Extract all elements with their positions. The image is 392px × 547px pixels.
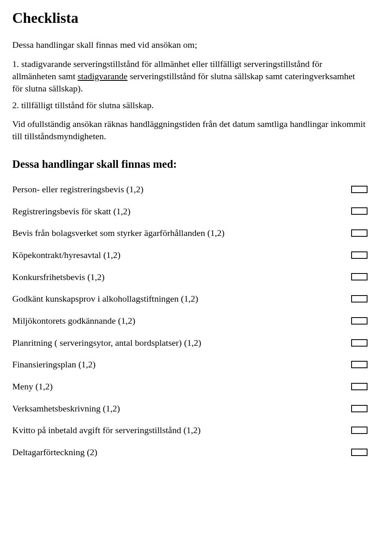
- checklist: Person- eller registreringsbevis (1,2) R…: [12, 183, 368, 458]
- numbered-item-1: 1. stadigvarande serveringstillstånd för…: [12, 58, 368, 94]
- check-row: Finansieringsplan (1,2): [12, 358, 368, 371]
- check-label: Person- eller registreringsbevis (1,2): [12, 183, 351, 196]
- checkbox[interactable]: [351, 339, 368, 347]
- checkbox[interactable]: [351, 317, 368, 325]
- intro-text: Dessa handlingar skall finnas med vid an…: [12, 39, 368, 51]
- checkbox[interactable]: [351, 361, 368, 368]
- checkbox[interactable]: [351, 405, 368, 412]
- check-row: Miljökontorets godkännande (1,2): [12, 315, 368, 327]
- check-row: Deltagarförteckning (2): [12, 446, 368, 458]
- check-label: Deltagarförteckning (2): [12, 446, 351, 458]
- check-row: Konkursfrihetsbevis (1,2): [12, 271, 368, 283]
- check-row: Registreringsbevis för skatt (1,2): [12, 205, 368, 218]
- check-row: Köpekontrakt/hyresavtal (1,2): [12, 249, 368, 261]
- subtitle: Dessa handlingar skall finnas med:: [12, 157, 368, 171]
- checkbox[interactable]: [351, 186, 368, 193]
- checkbox[interactable]: [351, 229, 368, 237]
- check-label: Meny (1,2): [12, 380, 351, 393]
- checkbox[interactable]: [351, 273, 368, 280]
- check-row: Verksamhetsbeskrivning (1,2): [12, 402, 368, 415]
- checkbox[interactable]: [351, 251, 368, 259]
- check-label: Verksamhetsbeskrivning (1,2): [12, 402, 351, 415]
- check-row: Meny (1,2): [12, 380, 368, 393]
- check-label: Bevis från bolagsverket som styrker ägar…: [12, 227, 351, 239]
- check-label: Finansieringsplan (1,2): [12, 358, 351, 371]
- check-label: Konkursfrihetsbevis (1,2): [12, 271, 351, 283]
- check-row: Person- eller registreringsbevis (1,2): [12, 183, 368, 196]
- item1-underline: stadigvarande: [78, 71, 127, 81]
- check-label: Kvitto på inbetald avgift för serverings…: [12, 424, 351, 436]
- note-text: Vid ofullständig ansökan räknas handlägg…: [12, 118, 368, 142]
- check-row: Bevis från bolagsverket som styrker ägar…: [12, 227, 368, 239]
- check-row: Planritning ( serveringsytor, antal bord…: [12, 337, 368, 349]
- numbered-item-2: 2. tillfälligt tillstånd för slutna säll…: [12, 99, 368, 111]
- check-row: Kvitto på inbetald avgift för serverings…: [12, 424, 368, 436]
- page-title: Checklista: [12, 8, 368, 28]
- check-label: Miljökontorets godkännande (1,2): [12, 315, 351, 327]
- checkbox[interactable]: [351, 295, 368, 302]
- check-label: Godkänt kunskapsprov i alkohollagstiftni…: [12, 293, 351, 305]
- checkbox[interactable]: [351, 427, 368, 434]
- check-label: Registreringsbevis för skatt (1,2): [12, 205, 351, 218]
- check-row: Godkänt kunskapsprov i alkohollagstiftni…: [12, 293, 368, 305]
- checkbox[interactable]: [351, 207, 368, 215]
- check-label: Köpekontrakt/hyresavtal (1,2): [12, 249, 351, 261]
- checkbox[interactable]: [351, 449, 368, 456]
- checkbox[interactable]: [351, 383, 368, 390]
- check-label: Planritning ( serveringsytor, antal bord…: [12, 337, 351, 349]
